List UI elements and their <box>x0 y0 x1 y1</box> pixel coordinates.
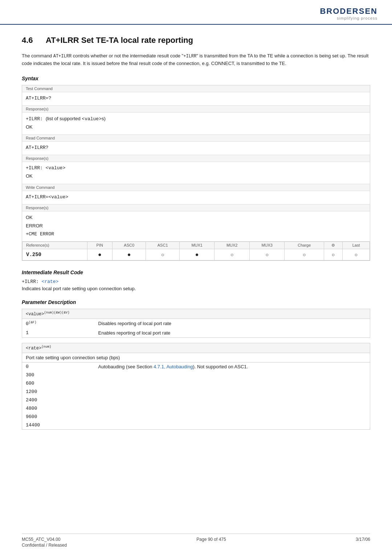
read-response-label: Response(s) <box>22 155 370 162</box>
rate-desc-2400 <box>95 396 370 404</box>
write-command-label: Write Command <box>22 184 370 191</box>
rate-desc-600 <box>95 379 370 388</box>
circle-mux1: ● <box>179 249 215 260</box>
rate-code-1200: 1200 <box>22 388 95 396</box>
rate-row-600: 600 <box>22 379 370 388</box>
rate-row-4800: 4800 <box>22 404 370 413</box>
test-ok: OK <box>26 124 33 130</box>
rate-code-9600: 9600 <box>22 413 95 421</box>
circle-asc0: ● <box>112 249 146 260</box>
circle-pin: ● <box>87 249 112 260</box>
inline-code-plus-ilrr: +ILRR <box>183 54 196 59</box>
param-heading: Parameter Description <box>22 299 370 305</box>
rate-code-300: 300 <box>22 371 95 379</box>
write-response-content: OK ERROR +CME ERROR <box>22 211 370 241</box>
value-code-1: 1 <box>22 328 95 338</box>
write-error: ERROR <box>26 223 43 228</box>
ref-data-row: V.250 ● ● ○ ● ○ ○ ○ ○ ○ <box>23 249 370 260</box>
read-command-cmd: AT+ILRR? <box>22 142 370 155</box>
test-response-mono: +ILRR: <box>26 116 43 122</box>
circle-gear: ○ <box>324 249 343 260</box>
logo: BRODERSEN simplifying process <box>320 7 377 20</box>
col-asc1: ASC1 <box>146 242 179 249</box>
rate-param-table: 0 Autobauding (see Section 4.7.1, Autoba… <box>22 362 370 430</box>
circle-mux3: ○ <box>249 249 285 260</box>
intermediate-section: Intermediate Result Code +ILRR: <rate> I… <box>22 270 370 291</box>
rate-code-14400: 14400 <box>22 421 95 430</box>
rate-row-1200: 1200 <box>22 388 370 396</box>
circle-asc1: ○ <box>146 249 179 260</box>
footer-date: 3/17/06 <box>356 537 370 548</box>
rate-row-2400: 2400 <box>22 396 370 404</box>
rate-param-header: <rate>(num) <box>22 343 370 353</box>
ref-label: Reference(s) <box>23 242 87 249</box>
rate-desc-0: Autobauding (see Section 4.7.1, Autobaud… <box>95 362 370 371</box>
write-response-label: Response(s) <box>22 204 370 211</box>
rate-code-2400: 2400 <box>22 396 95 404</box>
section-number: 4.6 <box>22 36 33 45</box>
intermediate-heading: Intermediate Result Code <box>22 270 370 275</box>
footer-page: Page 90 of 475 <box>196 537 226 548</box>
ref-value: V.250 <box>23 249 87 260</box>
rate-desc-4800 <box>95 404 370 413</box>
intermediate-code-prefix: +ILRR: <box>22 279 42 284</box>
rate-code-600: 600 <box>22 379 95 388</box>
rate-code-4800: 4800 <box>22 404 95 413</box>
circle-mux2: ○ <box>215 249 250 260</box>
test-response-content: +ILRR: (list of supported <value>s) OK <box>22 113 370 135</box>
rate-desc-300 <box>95 371 370 379</box>
rate-code-0: 0 <box>22 362 95 371</box>
footer-left: MC55_ATC_V04.00 Confidential / Released <box>22 537 67 548</box>
syntax-table: Test Command AT+ILRR=? Response(s) +ILRR… <box>22 85 370 261</box>
section-title: 4.6 AT+ILRR Set TE-TA local rate reporti… <box>22 36 370 45</box>
syntax-heading: Syntax <box>22 76 370 81</box>
ref-header-row: Reference(s) PIN ASC0 ASC1 MUX1 MUX2 MUX… <box>23 242 370 249</box>
value-desc-0: Disables reporting of local port rate <box>95 319 370 328</box>
inline-code-atilrr: AT+ILRR <box>53 54 72 59</box>
footer-confidentiality: Confidential / Released <box>22 543 67 548</box>
col-last: Last <box>343 242 370 249</box>
rate-desc-1200 <box>95 388 370 396</box>
col-gear: ⚙ <box>324 242 343 249</box>
read-response-mono: +ILRR: <value> <box>26 165 65 171</box>
rate-row-9600: 9600 <box>22 413 370 421</box>
col-charge: Charge <box>285 242 324 249</box>
intermediate-desc: Indicates local port rate setting upon c… <box>22 286 370 291</box>
main-content: 4.6 AT+ILRR Set TE-TA local rate reporti… <box>0 25 392 459</box>
read-response-content: +ILRR: <value> OK <box>22 162 370 184</box>
test-command-cmd: AT+ILRR=? <box>22 92 370 105</box>
page-header: BRODERSEN simplifying process <box>0 0 392 25</box>
test-response-value: <value> <box>82 116 102 122</box>
reference-table: Reference(s) PIN ASC0 ASC1 MUX1 MUX2 MUX… <box>22 242 370 260</box>
reference-row: Reference(s) PIN ASC0 ASC1 MUX1 MUX2 MUX… <box>22 241 370 260</box>
col-mux3: MUX3 <box>249 242 285 249</box>
section-title-text: AT+ILRR Set TE-TA local rate reporting <box>46 36 193 45</box>
rate-row-14400: 14400 <box>22 421 370 430</box>
circle-charge: ○ <box>285 249 324 260</box>
rate-row-300: 300 <box>22 371 370 379</box>
read-ok: OK <box>26 173 33 179</box>
value-code-0: 0(&F) <box>22 319 95 328</box>
autobauding-link[interactable]: 4.7.1, Autobauding <box>154 364 193 369</box>
value-param-table: 0(&F) Disables reporting of local port r… <box>22 319 370 338</box>
intermediate-code-rate[interactable]: <rate> <box>42 279 59 284</box>
rate-param-desc: Port rate setting upon connection setup … <box>22 353 370 362</box>
rate-desc-14400 <box>95 421 370 430</box>
parameter-section: Parameter Description <value>(num)(&W)(&… <box>22 299 370 430</box>
value-row-1: 1 Enables reporting of local port rate <box>22 328 370 338</box>
logo-name: BRODERSEN <box>320 7 377 16</box>
value-param-header: <value>(num)(&W)(&V) <box>22 309 370 319</box>
test-response-normal: (list of supported <box>46 116 82 121</box>
col-pin: PIN <box>87 242 112 249</box>
col-mux1: MUX1 <box>179 242 215 249</box>
footer-doc-id: MC55_ATC_V04.00 <box>22 537 67 542</box>
body-paragraph: The command AT+ILRR controls whether or … <box>22 52 370 68</box>
test-command-label: Test Command <box>22 85 370 92</box>
write-cme: +CME ERROR <box>26 231 54 237</box>
value-row-0: 0(&F) Disables reporting of local port r… <box>22 319 370 328</box>
page-footer: MC55_ATC_V04.00 Confidential / Released … <box>22 534 370 548</box>
rate-desc-9600 <box>95 413 370 421</box>
test-response-label: Response(s) <box>22 106 370 113</box>
read-command-label: Read Command <box>22 135 370 142</box>
col-asc0: ASC0 <box>112 242 146 249</box>
